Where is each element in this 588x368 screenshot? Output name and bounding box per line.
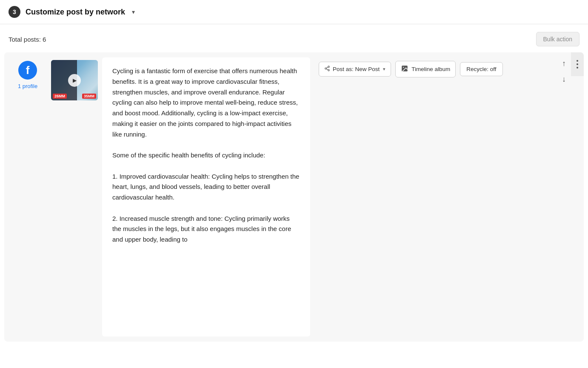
toolbar: Total posts: 6 Bulk action xyxy=(0,24,588,52)
nav-arrows: ↑ ↓ xyxy=(557,52,571,91)
timeline-album-button[interactable]: Timeline album xyxy=(395,61,456,77)
post-paragraph-2: Some of the specific health benefits of … xyxy=(112,150,300,161)
post-paragraph-1: Cycling is a fantastic form of exercise … xyxy=(112,66,300,140)
post-as-label: Post as: New Post xyxy=(333,66,380,72)
post-paragraph-4: 2. Increased muscle strength and tone: C… xyxy=(112,214,300,245)
svg-line-4 xyxy=(326,67,328,68)
post-as-button[interactable]: Post as: New Post ▾ xyxy=(319,62,391,77)
thumbnail-background: ▶ 26MM 35MM xyxy=(51,60,98,100)
post-content-section: Cycling is a fantastic form of exercise … xyxy=(102,57,310,337)
share-icon xyxy=(324,66,330,73)
chevron-down-icon[interactable]: ▾ xyxy=(132,9,135,15)
facebook-icon: f xyxy=(18,61,37,80)
post-as-dropdown-icon: ▾ xyxy=(383,66,385,72)
right-side-controls: ↑ ↓ xyxy=(557,52,584,342)
thumbnail-section: ▶ 26MM 35MM xyxy=(51,52,102,342)
page-title: Customize post by network xyxy=(26,8,125,17)
down-arrow-icon: ↓ xyxy=(562,75,566,84)
thumbnail-wrapper: ▶ 26MM 35MM xyxy=(51,60,98,100)
dot-2 xyxy=(577,63,578,65)
svg-line-3 xyxy=(326,69,328,70)
timeline-album-label: Timeline album xyxy=(411,66,450,72)
post-paragraph-3: 1. Improved cardiovascular health: Cycli… xyxy=(112,171,300,203)
thumbnail-label-35mm: 35MM xyxy=(82,94,96,99)
profile-count-label: 1 profile xyxy=(18,83,37,89)
image-icon xyxy=(401,65,408,74)
bulk-action-button[interactable]: Bulk action xyxy=(536,32,579,46)
step-badge: 3 xyxy=(9,6,20,18)
total-posts-label: Total posts: 6 xyxy=(9,36,46,43)
dots-icon xyxy=(577,60,578,68)
play-button-icon[interactable]: ▶ xyxy=(68,74,81,87)
move-up-button[interactable]: ↑ xyxy=(560,57,568,70)
dot-3 xyxy=(577,67,578,68)
move-down-button[interactable]: ↓ xyxy=(560,73,568,86)
dot-1 xyxy=(577,60,578,62)
more-options-panel xyxy=(571,52,584,76)
post-actions-section: Post as: New Post ▾ Timeline album Recyc… xyxy=(310,52,557,342)
action-buttons-row: Post as: New Post ▾ Timeline album Recyc… xyxy=(319,61,550,77)
post-text[interactable]: Cycling is a fantastic form of exercise … xyxy=(112,66,300,245)
post-card: f 1 profile ▶ 26MM 35MM Cycling is a fan… xyxy=(4,52,584,342)
more-options-button[interactable] xyxy=(574,57,581,72)
up-arrow-icon: ↑ xyxy=(562,59,566,68)
page-header: 3 Customize post by network ▾ xyxy=(0,0,588,24)
svg-point-6 xyxy=(403,67,404,68)
recycle-button[interactable]: Recycle: off xyxy=(460,62,502,76)
thumbnail-label-26mm: 26MM xyxy=(53,94,67,99)
profile-section: f 1 profile xyxy=(4,52,51,342)
